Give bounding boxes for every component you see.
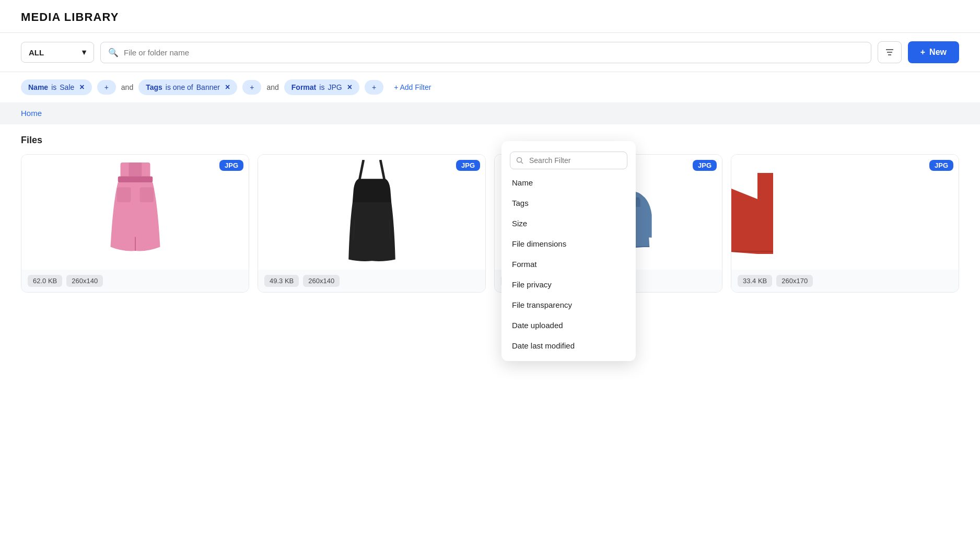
image-black-dress bbox=[343, 160, 401, 264]
files-section-title: Files bbox=[21, 135, 959, 146]
toolbar: ALL ▾ 🔍 + New bbox=[0, 33, 980, 72]
svg-line-14 bbox=[380, 160, 384, 180]
filter-option-name[interactable]: Name bbox=[501, 172, 636, 193]
filter-option-file-transparency[interactable]: File transparency bbox=[501, 295, 636, 303]
filter-option-file-privacy[interactable]: File privacy bbox=[501, 274, 636, 295]
filter-dropdown: Name Tags Size File dimensions Format Fi… bbox=[501, 141, 636, 303]
filter-chip-format[interactable]: Format is JPG × bbox=[284, 79, 359, 95]
filter-chip-name[interactable]: Name is Sale × bbox=[21, 79, 92, 95]
filter3-field: Format bbox=[291, 83, 316, 91]
filter-chip-tags[interactable]: Tags is one of Banner × bbox=[138, 79, 237, 95]
new-button-label: New bbox=[929, 48, 947, 57]
plus-icon: + bbox=[104, 83, 109, 91]
search-bar: 🔍 bbox=[100, 42, 871, 63]
filter3-operator: is bbox=[319, 83, 324, 91]
filter1-field: Name bbox=[28, 83, 48, 91]
plus-icon-3: + bbox=[372, 83, 376, 91]
filter-bar: Name is Sale × + and Tags is one of Bann… bbox=[0, 72, 980, 102]
new-button[interactable]: + New bbox=[908, 41, 959, 63]
file-dims-1: 260x140 bbox=[66, 275, 103, 287]
file-size-1: 62.0 KB bbox=[28, 275, 62, 287]
filter-adjust-button[interactable] bbox=[878, 41, 902, 63]
image-area-4 bbox=[731, 155, 959, 270]
filter3-value: JPG bbox=[328, 83, 342, 91]
filter-option-format[interactable]: Format bbox=[501, 254, 636, 274]
type-select[interactable]: ALL ▾ bbox=[21, 42, 94, 63]
image-partial-red bbox=[731, 155, 773, 270]
search-icon: 🔍 bbox=[108, 48, 119, 57]
badge-3: JPG bbox=[693, 160, 717, 171]
filter-icon bbox=[884, 47, 895, 57]
filter-search-input[interactable] bbox=[510, 152, 627, 169]
filter2-remove[interactable]: × bbox=[225, 83, 230, 92]
filter2-add-sub-chip[interactable]: + bbox=[242, 80, 261, 95]
filter-search-row bbox=[501, 146, 636, 172]
search-input[interactable] bbox=[124, 48, 864, 57]
badge-4: JPG bbox=[929, 160, 953, 171]
filter2-field: Tags bbox=[146, 83, 162, 91]
chevron-down-icon: ▾ bbox=[82, 48, 86, 57]
filter-option-size[interactable]: Size bbox=[501, 213, 636, 234]
filter-connector-1: and bbox=[121, 83, 133, 91]
file-meta-4: 33.4 KB 260x170 bbox=[731, 270, 959, 292]
filter-option-tags[interactable]: Tags bbox=[501, 193, 636, 213]
file-card-4[interactable]: JPG 33.4 KB 260x170 bbox=[731, 154, 959, 293]
page-title: MEDIA LIBRARY bbox=[21, 10, 119, 24]
svg-rect-11 bbox=[139, 188, 154, 203]
svg-rect-4 bbox=[129, 163, 142, 177]
file-dims-4: 260x170 bbox=[776, 275, 813, 287]
file-dims-2: 260x140 bbox=[303, 275, 340, 287]
add-filter-button[interactable]: + Add Filter bbox=[389, 80, 436, 95]
filter1-add-sub-chip[interactable]: + bbox=[97, 80, 116, 95]
header: MEDIA LIBRARY bbox=[0, 0, 980, 33]
filter3-remove[interactable]: × bbox=[347, 83, 352, 92]
file-size-2: 49.3 KB bbox=[264, 275, 299, 287]
filter1-remove[interactable]: × bbox=[79, 83, 84, 92]
svg-rect-10 bbox=[116, 188, 131, 203]
breadcrumb-bar: Home bbox=[0, 102, 980, 124]
image-pink-skirt bbox=[101, 163, 169, 262]
file-meta-2: 49.3 KB 260x140 bbox=[258, 270, 485, 292]
filter2-operator: is one of bbox=[166, 83, 193, 91]
new-button-icon: + bbox=[920, 48, 925, 57]
file-card-1[interactable]: JPG bbox=[21, 154, 249, 293]
filter1-value: Sale bbox=[60, 83, 74, 91]
badge-1: JPG bbox=[219, 160, 243, 171]
badge-2: JPG bbox=[456, 160, 480, 171]
file-size-4: 33.4 KB bbox=[738, 275, 772, 287]
breadcrumb-home[interactable]: Home bbox=[21, 109, 42, 118]
files-grid: JPG bbox=[21, 154, 959, 293]
image-area-1 bbox=[21, 155, 249, 270]
svg-line-13 bbox=[359, 160, 364, 180]
svg-rect-5 bbox=[118, 177, 153, 182]
content-area: Files JPG bbox=[0, 124, 980, 303]
filter-connector-2: and bbox=[266, 83, 278, 91]
type-select-value: ALL bbox=[29, 48, 44, 57]
filter-option-file-dimensions[interactable]: File dimensions bbox=[501, 234, 636, 254]
filter2-value: Banner bbox=[196, 83, 220, 91]
filter1-operator: is bbox=[51, 83, 56, 91]
file-meta-1: 62.0 KB 260x140 bbox=[21, 270, 249, 292]
filter3-add-sub-chip[interactable]: + bbox=[365, 80, 383, 95]
image-area-2 bbox=[258, 155, 485, 270]
plus-icon-2: + bbox=[250, 83, 254, 91]
file-card-2[interactable]: JPG 49.3 KB 260x140 bbox=[258, 154, 486, 293]
